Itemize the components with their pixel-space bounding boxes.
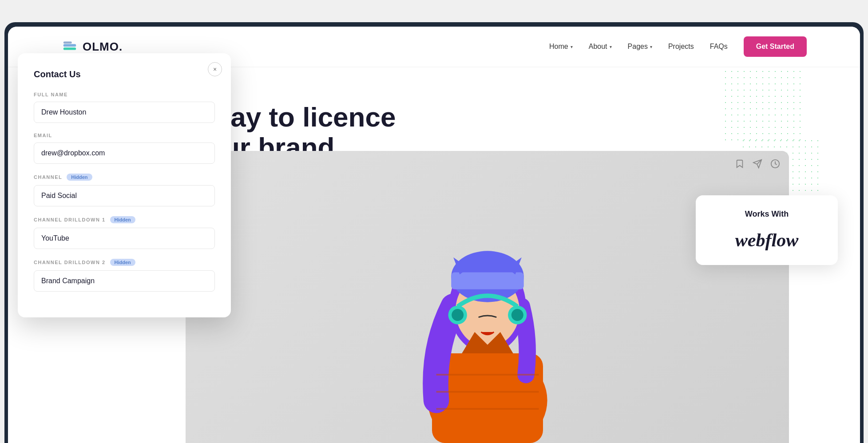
logo-icon bbox=[61, 38, 78, 55]
form-group-fullname: FULL NAME bbox=[34, 92, 215, 123]
drilldown1-hidden-badge: Hidden bbox=[110, 216, 135, 223]
woman-illustration bbox=[394, 221, 581, 443]
drilldown2-hidden-badge: Hidden bbox=[110, 259, 135, 266]
channel-label: CHANNEL Hidden bbox=[34, 174, 215, 181]
nav-links: Home ▾ About ▾ Pages ▾ Projects FAQs Get… bbox=[549, 36, 807, 57]
nav-home-arrow: ▾ bbox=[571, 44, 573, 49]
form-group-channel: CHANNEL Hidden bbox=[34, 174, 215, 206]
contact-modal: Contact Us × FULL NAME EMAIL CHANNEL Hid… bbox=[18, 53, 231, 317]
drilldown2-label: CHANNEL DRILLDOWN 2 Hidden bbox=[34, 259, 215, 266]
nav-home[interactable]: Home ▾ bbox=[549, 43, 573, 51]
nav-about[interactable]: About ▾ bbox=[589, 43, 612, 51]
bookmark-icon[interactable] bbox=[735, 159, 745, 169]
nav-faqs[interactable]: FAQs bbox=[710, 43, 728, 51]
svg-rect-11 bbox=[451, 272, 523, 289]
send-icon[interactable] bbox=[753, 159, 762, 169]
channel-hidden-badge: Hidden bbox=[67, 174, 92, 181]
drilldown1-label: CHANNEL DRILLDOWN 1 Hidden bbox=[34, 216, 215, 223]
svg-rect-1 bbox=[63, 44, 76, 47]
channel-drilldown1-input[interactable] bbox=[34, 228, 215, 249]
nav-about-arrow: ▾ bbox=[610, 44, 612, 49]
email-input[interactable] bbox=[34, 142, 215, 164]
svg-point-16 bbox=[452, 309, 464, 321]
svg-rect-0 bbox=[63, 47, 76, 50]
hero-image-area bbox=[186, 151, 789, 443]
clock-icon[interactable] bbox=[770, 159, 780, 169]
form-group-drilldown2: CHANNEL DRILLDOWN 2 Hidden bbox=[34, 259, 215, 292]
svg-rect-2 bbox=[63, 42, 72, 44]
email-label: EMAIL bbox=[34, 133, 215, 138]
form-group-drilldown1: CHANNEL DRILLDOWN 1 Hidden bbox=[34, 216, 215, 249]
works-with-title: Works With bbox=[710, 210, 824, 219]
nav-projects[interactable]: Projects bbox=[668, 43, 694, 51]
modal-close-button[interactable]: × bbox=[208, 62, 222, 76]
channel-drilldown2-input[interactable] bbox=[34, 270, 215, 292]
nav-pages-label: Pages bbox=[628, 43, 648, 51]
modal-title: Contact Us bbox=[34, 69, 215, 79]
modal-overlay: Contact Us × FULL NAME EMAIL CHANNEL Hid… bbox=[18, 53, 231, 317]
logo-text: OLMO. bbox=[83, 40, 123, 54]
full-name-input[interactable] bbox=[34, 102, 215, 123]
works-with-card: Works With webflow bbox=[696, 195, 838, 265]
nav-cta-button[interactable]: Get Started bbox=[744, 36, 807, 57]
nav-pages[interactable]: Pages ▾ bbox=[628, 43, 652, 51]
nav-pages-arrow: ▾ bbox=[650, 44, 652, 49]
fullname-label: FULL NAME bbox=[34, 92, 215, 97]
form-group-email: EMAIL bbox=[34, 133, 215, 164]
hero-image-placeholder bbox=[186, 151, 789, 443]
nav-faqs-label: FAQs bbox=[710, 43, 728, 51]
logo[interactable]: OLMO. bbox=[61, 38, 123, 55]
svg-point-17 bbox=[511, 309, 523, 321]
action-icons-bar bbox=[735, 159, 780, 169]
nav-about-label: About bbox=[589, 43, 607, 51]
webflow-logo: webflow bbox=[710, 229, 824, 251]
channel-input[interactable] bbox=[34, 185, 215, 206]
nav-projects-label: Projects bbox=[668, 43, 694, 51]
nav-home-label: Home bbox=[549, 43, 568, 51]
